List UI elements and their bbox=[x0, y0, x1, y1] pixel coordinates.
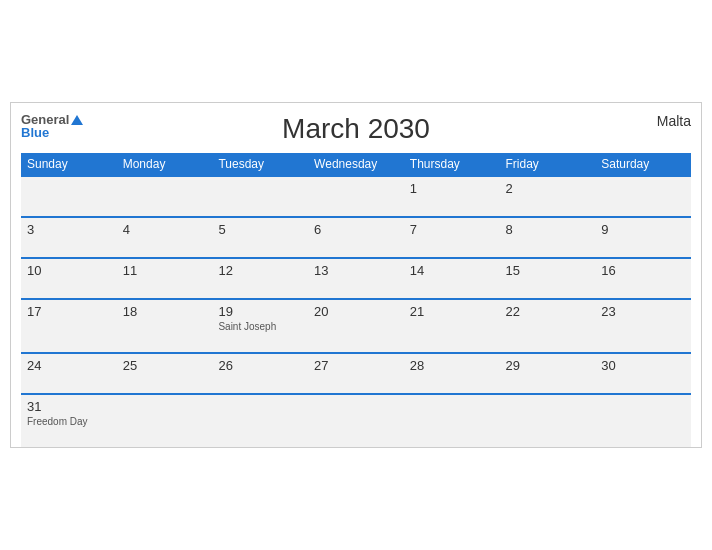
day-number: 15 bbox=[506, 263, 590, 278]
week-row-4: 171819Saint Joseph20212223 bbox=[21, 299, 691, 353]
day-number: 23 bbox=[601, 304, 685, 319]
day-cell: 20 bbox=[308, 299, 404, 353]
day-number: 3 bbox=[27, 222, 111, 237]
calendar-grid: SundayMondayTuesdayWednesdayThursdayFrid… bbox=[21, 153, 691, 447]
day-number: 29 bbox=[506, 358, 590, 373]
day-number: 4 bbox=[123, 222, 207, 237]
day-number: 30 bbox=[601, 358, 685, 373]
day-cell: 10 bbox=[21, 258, 117, 299]
day-cell bbox=[308, 176, 404, 217]
day-event: Saint Joseph bbox=[218, 321, 302, 332]
day-number: 31 bbox=[27, 399, 111, 414]
day-cell: 13 bbox=[308, 258, 404, 299]
day-cell: 30 bbox=[595, 353, 691, 394]
day-number: 9 bbox=[601, 222, 685, 237]
day-cell: 6 bbox=[308, 217, 404, 258]
logo: General Blue bbox=[21, 113, 83, 139]
day-cell: 28 bbox=[404, 353, 500, 394]
day-cell bbox=[404, 394, 500, 447]
day-cell: 19Saint Joseph bbox=[212, 299, 308, 353]
weekday-header-saturday: Saturday bbox=[595, 153, 691, 176]
day-cell: 5 bbox=[212, 217, 308, 258]
weekday-header-wednesday: Wednesday bbox=[308, 153, 404, 176]
day-cell bbox=[595, 394, 691, 447]
week-row-5: 24252627282930 bbox=[21, 353, 691, 394]
day-number: 19 bbox=[218, 304, 302, 319]
weekday-header-sunday: Sunday bbox=[21, 153, 117, 176]
day-number: 10 bbox=[27, 263, 111, 278]
week-row-1: 12 bbox=[21, 176, 691, 217]
day-number: 16 bbox=[601, 263, 685, 278]
day-cell: 1 bbox=[404, 176, 500, 217]
day-number: 5 bbox=[218, 222, 302, 237]
day-cell: 23 bbox=[595, 299, 691, 353]
day-number: 20 bbox=[314, 304, 398, 319]
country-label: Malta bbox=[657, 113, 691, 129]
day-cell: 8 bbox=[500, 217, 596, 258]
day-cell bbox=[308, 394, 404, 447]
day-number: 25 bbox=[123, 358, 207, 373]
calendar-container: General Blue March 2030 Malta SundayMond… bbox=[10, 102, 702, 448]
weekday-header-friday: Friday bbox=[500, 153, 596, 176]
day-cell: 3 bbox=[21, 217, 117, 258]
day-number: 2 bbox=[506, 181, 590, 196]
weekday-header-thursday: Thursday bbox=[404, 153, 500, 176]
day-cell: 22 bbox=[500, 299, 596, 353]
day-number: 7 bbox=[410, 222, 494, 237]
day-number: 8 bbox=[506, 222, 590, 237]
day-cell: 4 bbox=[117, 217, 213, 258]
day-number: 1 bbox=[410, 181, 494, 196]
day-cell: 21 bbox=[404, 299, 500, 353]
day-number: 17 bbox=[27, 304, 111, 319]
day-number: 22 bbox=[506, 304, 590, 319]
day-number: 12 bbox=[218, 263, 302, 278]
day-cell: 11 bbox=[117, 258, 213, 299]
day-number: 21 bbox=[410, 304, 494, 319]
weekday-header-row: SundayMondayTuesdayWednesdayThursdayFrid… bbox=[21, 153, 691, 176]
day-cell: 15 bbox=[500, 258, 596, 299]
day-cell: 31Freedom Day bbox=[21, 394, 117, 447]
calendar-header: General Blue March 2030 Malta bbox=[21, 113, 691, 145]
day-number: 24 bbox=[27, 358, 111, 373]
week-row-6: 31Freedom Day bbox=[21, 394, 691, 447]
day-cell: 26 bbox=[212, 353, 308, 394]
day-cell bbox=[212, 176, 308, 217]
day-cell: 9 bbox=[595, 217, 691, 258]
day-cell bbox=[21, 176, 117, 217]
day-cell: 24 bbox=[21, 353, 117, 394]
day-number: 11 bbox=[123, 263, 207, 278]
week-row-2: 3456789 bbox=[21, 217, 691, 258]
day-cell bbox=[595, 176, 691, 217]
day-cell bbox=[500, 394, 596, 447]
day-cell bbox=[117, 394, 213, 447]
day-number: 6 bbox=[314, 222, 398, 237]
week-row-3: 10111213141516 bbox=[21, 258, 691, 299]
day-number: 18 bbox=[123, 304, 207, 319]
weekday-header-monday: Monday bbox=[117, 153, 213, 176]
day-cell: 16 bbox=[595, 258, 691, 299]
day-cell: 14 bbox=[404, 258, 500, 299]
weekday-header-tuesday: Tuesday bbox=[212, 153, 308, 176]
day-cell: 7 bbox=[404, 217, 500, 258]
day-cell: 29 bbox=[500, 353, 596, 394]
day-event: Freedom Day bbox=[27, 416, 111, 427]
day-cell bbox=[212, 394, 308, 447]
day-cell bbox=[117, 176, 213, 217]
day-cell: 2 bbox=[500, 176, 596, 217]
day-number: 13 bbox=[314, 263, 398, 278]
day-cell: 12 bbox=[212, 258, 308, 299]
day-number: 14 bbox=[410, 263, 494, 278]
day-cell: 17 bbox=[21, 299, 117, 353]
day-cell: 27 bbox=[308, 353, 404, 394]
calendar-title: March 2030 bbox=[282, 113, 430, 145]
day-number: 28 bbox=[410, 358, 494, 373]
day-number: 27 bbox=[314, 358, 398, 373]
logo-triangle-icon bbox=[71, 115, 83, 125]
logo-blue-text: Blue bbox=[21, 126, 49, 139]
day-cell: 18 bbox=[117, 299, 213, 353]
day-cell: 25 bbox=[117, 353, 213, 394]
day-number: 26 bbox=[218, 358, 302, 373]
